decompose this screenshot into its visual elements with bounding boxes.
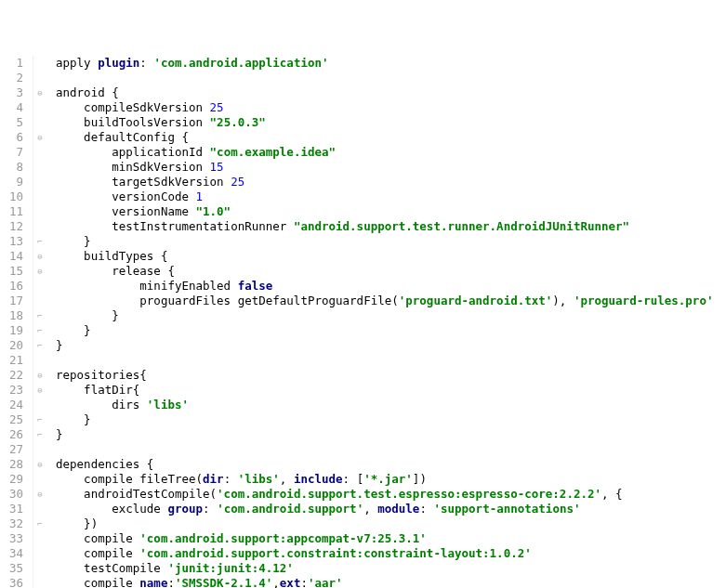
code-token: compile fileTree( bbox=[56, 472, 203, 486]
fold-empty bbox=[33, 56, 46, 71]
code-line[interactable]: exclude group: 'com.android.support', mo… bbox=[56, 502, 726, 516]
code-line[interactable]: compile 'com.android.support.constraint:… bbox=[56, 546, 726, 561]
code-token: dir bbox=[203, 472, 224, 486]
fold-open-icon[interactable]: ⊖ bbox=[33, 368, 46, 383]
code-line[interactable]: } bbox=[56, 427, 726, 442]
code-token: group bbox=[167, 502, 203, 516]
code-token: minSdkVersion bbox=[56, 160, 210, 174]
code-line[interactable]: minifyEnabled false bbox=[56, 279, 726, 294]
code-token: 'libs' bbox=[238, 472, 280, 486]
code-token: compile bbox=[56, 576, 139, 588]
code-token: 1 bbox=[196, 189, 204, 203]
code-line[interactable]: testCompile 'junit:junit:4.12' bbox=[56, 561, 726, 576]
fold-empty bbox=[33, 531, 46, 546]
code-token: testCompile bbox=[56, 561, 167, 575]
fold-close-icon[interactable]: ⌐ bbox=[33, 338, 46, 353]
code-line[interactable]: repositories{ bbox=[56, 368, 726, 383]
code-token: applicationId bbox=[56, 145, 210, 159]
fold-empty bbox=[33, 71, 46, 85]
code-token: defaultConfig { bbox=[56, 130, 189, 144]
fold-gutter[interactable]: ⊖⊖⌐⊖⊖⌐⌐⌐⊖⊖⌐⌐⊖⊖⌐⌐ bbox=[33, 56, 46, 588]
fold-close-icon[interactable]: ⌐ bbox=[33, 308, 46, 323]
code-line[interactable]: } bbox=[56, 234, 726, 249]
code-token: androidTestCompile( bbox=[56, 487, 217, 501]
code-token: } bbox=[56, 338, 63, 352]
fold-close-icon[interactable]: ⌐ bbox=[33, 412, 46, 427]
line-number: 1 bbox=[0, 56, 23, 71]
fold-open-icon[interactable]: ⊖ bbox=[33, 249, 46, 264]
code-token: 'com.android.support:appcompat-v7:25.3.1… bbox=[139, 531, 427, 545]
code-line[interactable] bbox=[56, 442, 726, 457]
line-number: 27 bbox=[0, 442, 23, 457]
code-line[interactable]: android { bbox=[56, 85, 726, 100]
fold-empty bbox=[33, 160, 46, 175]
fold-close-icon[interactable]: ⌐ bbox=[33, 323, 46, 338]
code-line[interactable]: } bbox=[56, 308, 726, 323]
code-line[interactable]: versionCode 1 bbox=[56, 189, 726, 204]
code-token: buildTypes { bbox=[56, 249, 167, 263]
fold-open-icon[interactable]: ⊖ bbox=[33, 383, 46, 398]
code-token: 15 bbox=[210, 160, 224, 174]
fold-open-icon[interactable]: ⊖ bbox=[33, 264, 46, 279]
fold-open-icon[interactable]: ⊖ bbox=[33, 457, 46, 472]
code-line[interactable]: dirs 'libs' bbox=[56, 398, 726, 412]
code-line[interactable]: versionName "1.0" bbox=[56, 204, 726, 219]
fold-empty bbox=[33, 219, 46, 234]
code-editor[interactable]: 1234567891011121314151617181920212223242… bbox=[0, 56, 726, 588]
fold-open-icon[interactable]: ⊖ bbox=[33, 130, 46, 145]
code-line[interactable]: buildToolsVersion "25.0.3" bbox=[56, 115, 726, 130]
code-line[interactable]: targetSdkVersion 25 bbox=[56, 175, 726, 189]
code-token: 25 bbox=[210, 100, 224, 114]
fold-close-icon[interactable]: ⌐ bbox=[33, 427, 46, 442]
code-token: "1.0" bbox=[196, 204, 231, 218]
code-line[interactable]: buildTypes { bbox=[56, 249, 726, 264]
code-line[interactable]: } bbox=[56, 412, 726, 427]
code-line[interactable]: compile name:'SMSSDK-2.1.4',ext:'aar' bbox=[56, 576, 726, 588]
code-line[interactable]: androidTestCompile('com.android.support.… bbox=[56, 487, 726, 502]
code-line[interactable]: }) bbox=[56, 516, 726, 531]
line-number: 36 bbox=[0, 576, 23, 588]
code-token: dirs bbox=[56, 398, 147, 412]
fold-empty bbox=[33, 294, 46, 308]
line-number: 8 bbox=[0, 160, 23, 175]
fold-open-icon[interactable]: ⊖ bbox=[33, 85, 46, 100]
code-line[interactable]: compileSdkVersion 25 bbox=[56, 100, 726, 115]
code-token: : [ bbox=[343, 472, 364, 486]
line-number: 31 bbox=[0, 502, 23, 516]
code-token: , bbox=[272, 576, 280, 588]
code-area[interactable]: apply plugin: 'com.android.application'a… bbox=[46, 56, 726, 588]
code-line[interactable]: } bbox=[56, 338, 726, 353]
line-number: 35 bbox=[0, 561, 23, 576]
line-number: 28 bbox=[0, 457, 23, 472]
code-token: include bbox=[294, 472, 343, 486]
code-token: } bbox=[56, 412, 91, 426]
code-line[interactable] bbox=[56, 71, 726, 85]
code-token: 'libs' bbox=[147, 398, 189, 412]
code-line[interactable] bbox=[56, 353, 726, 368]
fold-open-icon[interactable]: ⊖ bbox=[33, 487, 46, 502]
fold-empty bbox=[33, 279, 46, 294]
code-line[interactable]: defaultConfig { bbox=[56, 130, 726, 145]
code-line[interactable]: flatDir{ bbox=[56, 383, 726, 398]
code-line[interactable]: release { bbox=[56, 264, 726, 279]
code-line[interactable]: compile 'com.android.support:appcompat-v… bbox=[56, 531, 726, 546]
code-token: 'junit:junit:4.12' bbox=[167, 561, 293, 575]
fold-empty bbox=[33, 576, 46, 588]
line-number: 32 bbox=[0, 516, 23, 531]
code-line[interactable]: compile fileTree(dir: 'libs', include: [… bbox=[56, 472, 726, 487]
fold-close-icon[interactable]: ⌐ bbox=[33, 516, 46, 531]
fold-empty bbox=[33, 546, 46, 561]
code-line[interactable]: minSdkVersion 15 bbox=[56, 160, 726, 175]
code-line[interactable]: } bbox=[56, 323, 726, 338]
line-number: 15 bbox=[0, 264, 23, 279]
code-token: exclude bbox=[56, 502, 167, 516]
code-line[interactable]: applicationId "com.example.idea" bbox=[56, 145, 726, 160]
code-line[interactable]: proguardFiles getDefaultProguardFile('pr… bbox=[56, 294, 726, 308]
code-line[interactable]: dependencies { bbox=[56, 457, 726, 472]
code-token: } bbox=[56, 323, 91, 337]
code-token: : bbox=[224, 472, 238, 486]
code-line[interactable]: testInstrumentationRunner "android.suppo… bbox=[56, 219, 726, 234]
fold-close-icon[interactable]: ⌐ bbox=[33, 234, 46, 249]
code-line[interactable]: apply plugin: 'com.android.application' bbox=[56, 56, 726, 71]
code-token: compile bbox=[56, 531, 139, 545]
